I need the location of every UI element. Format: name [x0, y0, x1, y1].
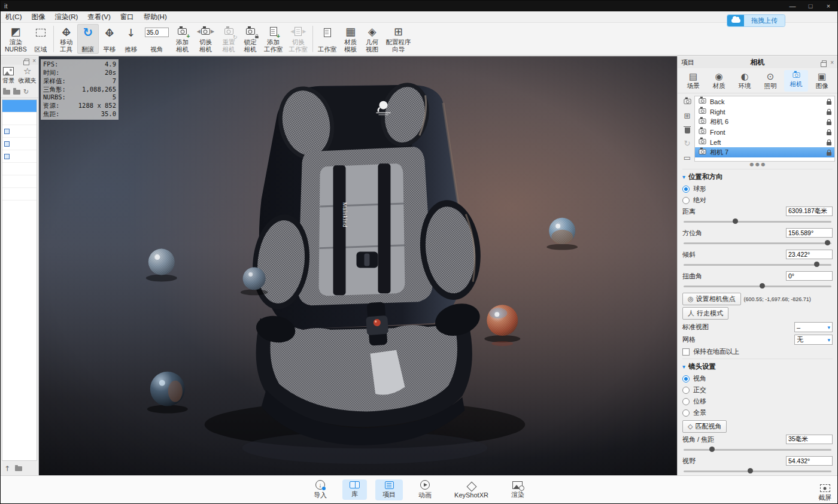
radio-orthographic[interactable]: 正交: [682, 384, 833, 396]
slider-thumb[interactable]: [733, 218, 738, 224]
project-button[interactable]: 项目: [375, 479, 403, 500]
camera-settings-icon[interactable]: ⊞: [684, 111, 691, 120]
camera-list-item[interactable]: Back: [695, 96, 834, 107]
list-item-selected[interactable]: [2, 100, 37, 113]
tab-image[interactable]: ▣图像: [810, 70, 834, 92]
toolbar-region[interactable]: 区域: [30, 24, 51, 54]
radio-shift[interactable]: 位移: [682, 396, 833, 407]
render-canvas[interactable]: Mainkind: [39, 56, 677, 475]
radio-icon[interactable]: [682, 398, 690, 405]
toolbar-geometry-view[interactable]: ◈ 几何 视图: [362, 24, 383, 54]
fov-input[interactable]: [145, 28, 169, 37]
toolbar-configurator-wizard[interactable]: ⊞ 配置程序 向导: [383, 24, 414, 54]
slider-thumb[interactable]: [760, 283, 765, 289]
toolbar-tumble[interactable]: ↻ 翻滚: [77, 24, 99, 54]
tab-lighting[interactable]: ⊙照明: [758, 70, 782, 92]
menu-image[interactable]: 图像: [26, 11, 50, 23]
lock-icon[interactable]: [827, 111, 831, 115]
list-item[interactable]: [2, 175, 37, 188]
radio-icon[interactable]: [682, 197, 690, 204]
inclination-input[interactable]: [786, 250, 833, 259]
radio-icon[interactable]: [682, 409, 690, 417]
inclination-slider[interactable]: [684, 264, 831, 266]
menu-camera[interactable]: 机(C): [1, 11, 26, 23]
keep-above-ground-checkbox[interactable]: 保持在地面以上: [682, 347, 833, 356]
set-camera-focus-button[interactable]: ◎ 设置相机焦点: [682, 293, 741, 305]
menu-view[interactable]: 查看(V): [83, 11, 115, 23]
checkbox-icon[interactable]: [682, 348, 690, 356]
library-button[interactable]: 库: [342, 479, 367, 500]
toolbar-add-camera[interactable]: + 添加 相机: [172, 24, 193, 54]
toolbar-render-nurbs[interactable]: ◩ 渲染 NURBS: [2, 24, 30, 54]
standard-view-select[interactable]: – ▾: [794, 322, 833, 332]
twist-input[interactable]: [786, 271, 833, 281]
camera-list-item[interactable]: Left: [695, 137, 834, 147]
list-item[interactable]: [2, 150, 37, 163]
toolbar-pan[interactable]: ↔↕ 平移: [99, 24, 120, 54]
list-item[interactable]: [2, 125, 37, 138]
list-item[interactable]: [2, 163, 37, 175]
distance-slider[interactable]: [684, 221, 831, 223]
camera-list-item[interactable]: Right: [695, 107, 834, 117]
walk-mode-button[interactable]: 人 行走模式: [682, 307, 728, 320]
float-panel-icon[interactable]: [822, 60, 827, 65]
radio-perspective[interactable]: 视角: [682, 373, 833, 384]
radio-panoramic[interactable]: 全景: [682, 407, 833, 418]
section-position-orientation[interactable]: ▾ 位置和方向: [682, 169, 833, 183]
keyshotxr-button[interactable]: KeyShotXR: [447, 480, 496, 500]
save-camera-icon[interactable]: ▭: [684, 153, 691, 162]
next-camera-icon[interactable]: ▶: [211, 29, 214, 34]
slider-thumb[interactable]: [825, 240, 830, 245]
radio-icon[interactable]: [682, 375, 690, 382]
favorites-item[interactable]: ☆ 收藏夹: [19, 67, 37, 85]
tab-material[interactable]: ◉材质: [707, 70, 731, 92]
lock-icon[interactable]: [827, 132, 831, 135]
toolbar-lock-camera[interactable]: 锁定 相机: [239, 24, 261, 54]
animation-button[interactable]: 动画: [411, 478, 439, 501]
screenshot-button[interactable]: 截屏: [818, 484, 831, 502]
lock-icon[interactable]: [827, 152, 831, 156]
menu-window[interactable]: 窗口: [116, 11, 139, 23]
lock-icon[interactable]: [827, 142, 831, 145]
radio-icon[interactable]: [682, 186, 690, 193]
list-item[interactable]: [2, 138, 37, 150]
menu-render[interactable]: 渲染(R): [50, 11, 83, 23]
camera-list-item[interactable]: Front: [695, 127, 834, 137]
toolbar-fov[interactable]: 视角: [142, 24, 172, 54]
maximize-button[interactable]: □: [801, 1, 819, 11]
add-camera-icon[interactable]: [683, 98, 692, 106]
render-button[interactable]: 渲染: [504, 479, 532, 500]
match-perspective-button[interactable]: ◇ 匹配视角: [682, 420, 727, 433]
lock-icon[interactable]: [827, 101, 831, 105]
float-panel-icon[interactable]: [25, 59, 29, 63]
library-list[interactable]: [2, 99, 37, 461]
twist-slider[interactable]: [684, 286, 831, 287]
minimize-button[interactable]: —: [784, 1, 801, 11]
grid-select[interactable]: 无 ▾: [794, 335, 833, 345]
tab-scene[interactable]: ▤场景: [681, 70, 705, 92]
prev-camera-icon[interactable]: ◀: [197, 29, 201, 34]
refresh-icon[interactable]: ↻: [23, 88, 29, 96]
tab-camera[interactable]: 相机: [784, 70, 808, 92]
folder-icon[interactable]: [13, 90, 20, 95]
toolbar-dolly[interactable]: ↓ 推移: [120, 24, 142, 54]
distance-input[interactable]: [786, 207, 833, 216]
toolbar-add-studio[interactable]: + 添加 工作室: [261, 24, 286, 54]
fov-slider[interactable]: [684, 470, 831, 472]
render-viewport[interactable]: Mainkind: [39, 56, 677, 475]
slider-thumb[interactable]: [748, 468, 753, 473]
focal-length-slider[interactable]: [684, 449, 831, 451]
panel-resize-handle[interactable]: ● ● ●: [678, 162, 837, 168]
fov-value-input[interactable]: [786, 456, 833, 466]
list-item[interactable]: [2, 113, 37, 125]
camera-list-item[interactable]: 相机 6: [695, 117, 834, 127]
close-panel-icon[interactable]: ×: [830, 59, 834, 66]
toolbar-move-tool[interactable]: ↔↕ 移动 工具: [56, 24, 77, 54]
azimuth-input[interactable]: [786, 228, 833, 238]
azimuth-slider[interactable]: [684, 242, 831, 244]
tab-environment[interactable]: ◐环境: [733, 70, 757, 92]
focal-length-input[interactable]: [786, 435, 833, 444]
open-folder-icon[interactable]: [15, 466, 22, 471]
list-item[interactable]: [2, 188, 37, 201]
section-lens-settings[interactable]: ▾ 镜头设置: [682, 359, 833, 373]
